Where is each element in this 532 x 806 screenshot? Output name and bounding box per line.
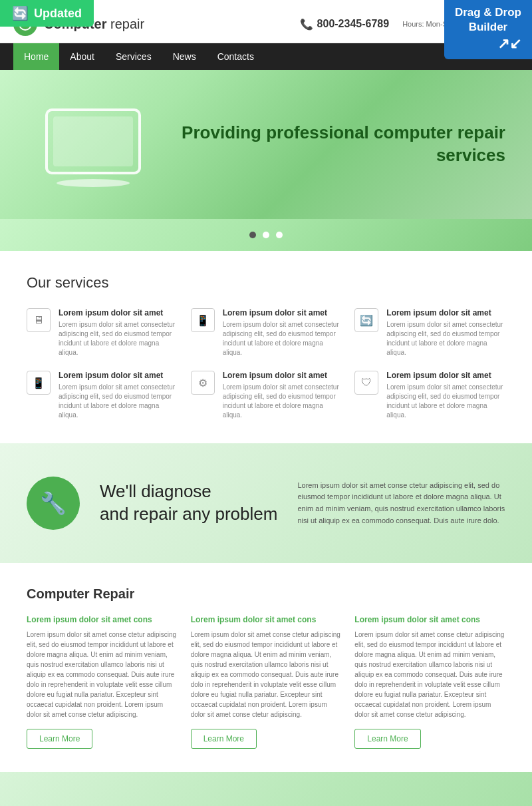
nav-services[interactable]: Services (105, 43, 162, 70)
service-text-2: Lorem ipsum dolor sit amet Lorem ipsum d… (223, 308, 342, 357)
repair-heading: Computer Repair (27, 586, 505, 602)
dot-3[interactable] (276, 232, 283, 238)
dot-2[interactable] (263, 232, 269, 238)
service-item-1: 🖥 Lorem ipsum dolor sit amet Lorem ipsum… (27, 308, 178, 357)
service-item-5: ⚙ Lorem ipsum dolor sit amet Lorem ipsum… (191, 371, 342, 420)
dot-1[interactable] (249, 232, 256, 238)
service-text-5: Lorem ipsum dolor sit amet Lorem ipsum d… (223, 371, 342, 420)
repair-grid: Lorem ipsum dolor sit amet cons Lorem ip… (27, 615, 505, 749)
diagnose-icon: 🔧 (27, 477, 80, 530)
service-title-5: Lorem ipsum dolor sit amet (223, 371, 342, 380)
repair-card-title-3: Lorem ipsum dolor sit amet cons (354, 615, 505, 624)
nav-home[interactable]: Home (13, 43, 59, 70)
service-text-3: Lorem ipsum dolor sit amet Lorem ipsum d… (386, 308, 505, 357)
repair-card-3: Lorem ipsum dolor sit amet cons Lorem ip… (354, 615, 505, 749)
services-heading: Our services (27, 274, 505, 292)
diagnose-section: 🔧 We'll diagnose and repair any problem … (0, 443, 532, 563)
updated-label: Updated (34, 7, 82, 21)
phone-display: 📞 800-2345-6789 (300, 18, 390, 31)
repair-card-desc-1: Lorem ipsum dolor sit amet conse ctetur … (27, 630, 178, 719)
diagnose-paragraph: Lorem ipsum dolor sit amet conse ctetur … (297, 480, 505, 526)
service-text-6: Lorem ipsum dolor sit amet Lorem ipsum d… (386, 371, 505, 420)
diagnose-heading: We'll diagnose and repair any problem (100, 481, 277, 526)
arrows-icon: ↗↙ (455, 35, 521, 54)
agent-image (386, 799, 505, 806)
service-item-4: 📱 Lorem ipsum dolor sit amet Lorem ipsum… (27, 371, 178, 420)
repair-card-desc-2: Lorem ipsum dolor sit amet conse ctetur … (191, 630, 342, 719)
service-item-2: 📱 Lorem ipsum dolor sit amet Lorem ipsum… (191, 308, 342, 357)
nav-contacts[interactable]: Contacts (207, 43, 265, 70)
service-title-2: Lorem ipsum dolor sit amet (223, 308, 342, 317)
phone-icon: 📞 (300, 18, 313, 31)
service-title-6: Lorem ipsum dolor sit amet (386, 371, 505, 380)
service-item-3: 🔄 Lorem ipsum dolor sit amet Lorem ipsum… (354, 308, 505, 357)
service-icon-6: 🛡 (354, 371, 378, 395)
repair-card-title-1: Lorem ipsum dolor sit amet cons (27, 615, 178, 624)
service-text-4: Lorem ipsum dolor sit amet Lorem ipsum d… (59, 371, 178, 420)
nav-news[interactable]: News (162, 43, 207, 70)
service-item-6: 🛡 Lorem ipsum dolor sit amet Lorem ipsum… (354, 371, 505, 420)
repair-section: Computer Repair Lorem ipsum dolor sit am… (0, 563, 532, 772)
diagnose-text: We'll diagnose and repair any problem (100, 481, 277, 526)
service-text-1: Lorem ipsum dolor sit amet Lorem ipsum d… (59, 308, 178, 357)
services-grid: 🖥 Lorem ipsum dolor sit amet Lorem ipsum… (27, 308, 505, 420)
updated-badge: 🔄 Updated (0, 0, 94, 27)
service-title-4: Lorem ipsum dolor sit amet (59, 371, 178, 380)
learn-more-btn-3[interactable]: Learn More (354, 729, 420, 749)
svg-rect-2 (53, 116, 133, 166)
service-desc-3: Lorem ipsum dolor sit amet consectetur a… (386, 320, 505, 357)
service-title-1: Lorem ipsum dolor sit amet (59, 308, 178, 317)
repair-card-1: Lorem ipsum dolor sit amet cons Lorem ip… (27, 615, 178, 749)
hero-heading: Providing professional computer repair s… (180, 122, 505, 167)
repair-card-desc-3: Lorem ipsum dolor sit amet conse ctetur … (354, 630, 505, 719)
service-desc-5: Lorem ipsum dolor sit amet consectetur a… (223, 383, 342, 420)
phone-number-text: 800-2345-6789 (317, 18, 390, 30)
service-desc-4: Lorem ipsum dolor sit amet consectetur a… (59, 383, 178, 420)
service-desc-1: Lorem ipsum dolor sit amet consectetur a… (59, 320, 178, 357)
service-title-3: Lorem ipsum dolor sit amet (386, 308, 505, 317)
service-desc-2: Lorem ipsum dolor sit amet consectetur a… (223, 320, 342, 357)
repair-card-title-2: Lorem ipsum dolor sit amet cons (191, 615, 342, 624)
service-icon-5: ⚙ (191, 371, 215, 395)
hero-text: Providing professional computer repair s… (160, 122, 505, 167)
nav-about[interactable]: About (59, 43, 105, 70)
service-icon-3: 🔄 (354, 308, 378, 332)
hero-section: Providing professional computer repair s… (0, 70, 532, 219)
drag-drop-label: Drag & DropBuilder (455, 6, 521, 33)
service-desc-6: Lorem ipsum dolor sit amet consectetur a… (386, 383, 505, 420)
svg-point-4 (57, 179, 130, 187)
repair-card-2: Lorem ipsum dolor sit amet cons Lorem ip… (191, 615, 342, 749)
diagnose-desc: Lorem ipsum dolor sit amet conse ctetur … (297, 480, 505, 526)
services-section: Our services 🖥 Lorem ipsum dolor sit ame… (0, 251, 532, 443)
livechat-section: Questions? Live chat with us! Lorem ipsu… (0, 772, 532, 806)
service-icon-4: 📱 (27, 371, 51, 395)
learn-more-btn-1[interactable]: Learn More (27, 729, 92, 749)
sync-icon: 🔄 (12, 5, 29, 21)
service-icon-1: 🖥 (27, 308, 51, 332)
hero-dots (0, 219, 532, 251)
learn-more-btn-2[interactable]: Learn More (191, 729, 257, 749)
hero-image (27, 97, 160, 192)
service-icon-2: 📱 (191, 308, 215, 332)
drag-drop-badge: Drag & DropBuilder ↗↙ (444, 0, 532, 59)
